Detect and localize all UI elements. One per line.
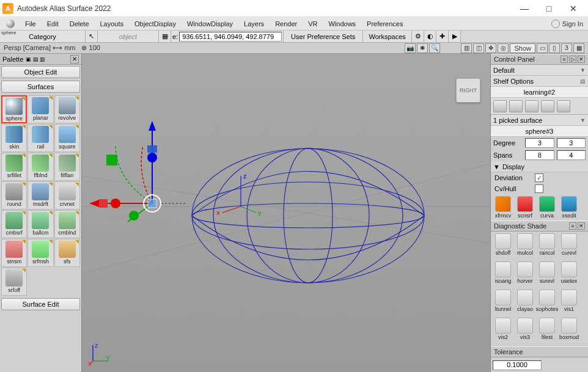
deviation-check[interactable]: Deviation ✓: [491, 172, 588, 183]
eval-xsedit[interactable]: xsedit: [559, 196, 579, 219]
shelf-icon-3[interactable]: [525, 100, 538, 112]
diag-boxmod[interactable]: boxmod: [559, 318, 579, 345]
default-dropdown[interactable]: Default▼: [491, 65, 588, 76]
view-icon-b[interactable]: ◫: [473, 43, 484, 53]
tool-cmblnd[interactable]: cmblnd: [54, 210, 80, 238]
menu-file[interactable]: File: [20, 18, 42, 29]
tool-sphere[interactable]: sphere: [1, 95, 27, 123]
signin-button[interactable]: Sign In: [546, 20, 588, 28]
tool-sfs[interactable]: sfs: [54, 239, 80, 267]
diag-close-icon[interactable]: ✕: [578, 222, 585, 230]
view-icon-c[interactable]: ✥: [485, 43, 496, 53]
eval-xfrmcv[interactable]: xfrmcv: [493, 196, 513, 219]
workspaces-button[interactable]: Workspaces: [363, 31, 412, 42]
tool-round[interactable]: round: [1, 181, 27, 210]
menu-layouts[interactable]: Layouts: [95, 18, 130, 29]
diag-menu-icon[interactable]: ≡: [569, 222, 576, 230]
eval-scnsrf[interactable]: scnsrf: [515, 196, 535, 219]
tool-stnsm[interactable]: stnsm: [1, 239, 27, 267]
camera-label[interactable]: Persp [Camera] ⟷ mm: [4, 44, 75, 52]
view-icon-a[interactable]: ▥: [461, 43, 472, 53]
coord-readout[interactable]: [179, 32, 282, 42]
menu-edit[interactable]: Edit: [42, 18, 64, 29]
diag-surevl[interactable]: surevl: [537, 261, 557, 288]
shelf-icon-4[interactable]: [541, 100, 554, 112]
tool-ballcm[interactable]: ballcm: [28, 210, 53, 238]
active-tool-thumb[interactable]: [1, 18, 20, 30]
show-button[interactable]: Show: [510, 43, 535, 53]
tool-ffblnd[interactable]: ffblnd: [28, 153, 53, 181]
diag-horver[interactable]: horver: [515, 261, 535, 288]
tool-planar[interactable]: planar: [28, 95, 53, 123]
toolbar-icon-4[interactable]: ▶: [449, 31, 461, 42]
menu-render[interactable]: Render: [270, 18, 303, 29]
panel-undock-icon[interactable]: ▷: [569, 56, 576, 63]
view-icon-d[interactable]: ◎: [498, 43, 509, 53]
toolbar-icon-2[interactable]: ◐: [424, 31, 436, 42]
view-icon-camera[interactable]: 📷: [405, 43, 416, 53]
display-section-header[interactable]: ▼ Display: [491, 161, 588, 172]
shelf-icon-1[interactable]: [493, 100, 507, 112]
tool-square[interactable]: square: [54, 124, 80, 152]
tool-crvnet[interactable]: crvnet: [54, 181, 80, 210]
diag-rancol[interactable]: rancol: [537, 233, 557, 260]
shelf-icon-5[interactable]: [557, 100, 570, 112]
diag-clayao[interactable]: clayao: [515, 290, 535, 316]
panel-close-icon[interactable]: ✕: [578, 56, 585, 63]
cvhull-check[interactable]: Cv/Hull: [491, 183, 588, 194]
view-layout-1[interactable]: ▭: [537, 43, 548, 53]
view-icon-magnify[interactable]: 🔍: [429, 43, 440, 53]
menu-vr[interactable]: VR: [303, 18, 323, 29]
shelf-options-row[interactable]: Shelf Options▤: [491, 76, 588, 87]
menu-layers[interactable]: Layers: [238, 18, 270, 29]
panel-menu-icon[interactable]: ≡: [560, 56, 568, 63]
tool-srfillet[interactable]: srfillet: [1, 153, 27, 181]
grid-label[interactable]: ⊕ 100: [81, 44, 100, 52]
palette-close-icon[interactable]: ✕: [70, 55, 79, 64]
tool-revolve[interactable]: revolve: [54, 95, 80, 123]
view-cube[interactable]: RIGHT: [456, 78, 480, 103]
tool-srfoff[interactable]: srfoff: [1, 268, 27, 296]
tool-msdrft[interactable]: msdrft: [28, 181, 53, 210]
spans-v-input[interactable]: 4: [557, 150, 586, 160]
diag-mulcol[interactable]: mulcol: [515, 233, 535, 260]
coord-mode-icon[interactable]: ▦: [159, 31, 171, 42]
object-cell[interactable]: object: [98, 31, 159, 42]
maximize-button[interactable]: □: [537, 0, 561, 17]
menu-preferences[interactable]: Preferences: [361, 18, 408, 29]
section-surfaces[interactable]: Surfaces: [1, 81, 80, 93]
diag-curevl[interactable]: curevl: [559, 233, 579, 260]
diag-shdoff[interactable]: shdoff: [493, 233, 513, 260]
diag-isoang[interactable]: isoang: [493, 261, 513, 288]
diag-vis1[interactable]: vis1: [559, 290, 579, 316]
diag-usetex[interactable]: usetex: [559, 261, 579, 288]
eval-curva[interactable]: curva: [537, 196, 557, 219]
section-object-edit[interactable]: Object Edit: [1, 66, 80, 78]
tool-rail[interactable]: rail: [28, 124, 53, 152]
diag-vis3[interactable]: vis3: [515, 318, 535, 345]
close-button[interactable]: ✕: [561, 0, 586, 17]
cvhull-checkbox[interactable]: [535, 184, 543, 193]
picker-icon[interactable]: ↖: [86, 31, 98, 42]
user-pref-button[interactable]: User Preference Sets: [284, 31, 363, 42]
picked-surface-row[interactable]: 1 picked surface▼: [491, 115, 588, 126]
tool-srfmsh[interactable]: srfmsh: [28, 239, 53, 267]
tool-skin[interactable]: skin: [1, 124, 27, 152]
object-name-row[interactable]: sphere#3: [491, 126, 588, 137]
menu-windows[interactable]: Windows: [323, 18, 361, 29]
diag-ltunnel[interactable]: ltunnel: [493, 290, 513, 316]
shelf-tab[interactable]: learning#2: [491, 87, 588, 98]
shelf-icon-2[interactable]: [509, 100, 523, 112]
view-layout-3[interactable]: 3: [561, 43, 572, 53]
diag-filest[interactable]: filest: [537, 318, 557, 345]
degree-v-input[interactable]: 3: [557, 138, 586, 148]
toolbar-icon-3[interactable]: ✚: [436, 31, 449, 42]
view-layout-2[interactable]: ▯: [549, 43, 560, 53]
deviation-checkbox[interactable]: ✓: [535, 173, 543, 182]
menu-objectdisplay[interactable]: ObjectDisplay: [129, 18, 182, 29]
toolbar-icon-1[interactable]: ⚙: [412, 31, 424, 42]
tool-filflan[interactable]: filflan: [54, 153, 80, 181]
spans-u-input[interactable]: 8: [525, 150, 554, 160]
viewport[interactable]: z x y: [82, 54, 490, 372]
diag-vis2[interactable]: vis2: [493, 318, 513, 345]
